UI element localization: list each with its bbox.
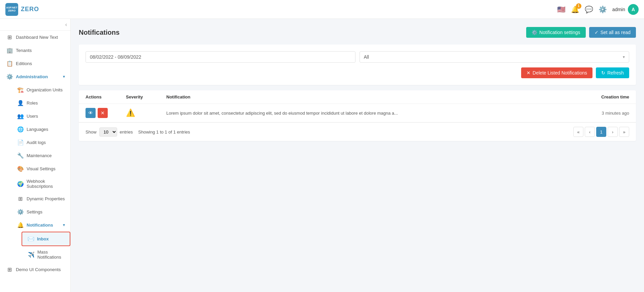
action-row: ✕ Delete Listed Notifications ↻ Refresh — [86, 67, 629, 78]
next-page-button[interactable]: › — [608, 127, 618, 137]
sidebar-item-editions[interactable]: 📋 Editions — [0, 57, 70, 70]
set-all-as-read-button[interactable]: ✓ Set all as read — [589, 27, 636, 38]
sidebar-item-roles[interactable]: 👤 Roles — [11, 96, 70, 110]
filter-section: All Read Unread ▾ ✕ Delete Listed Notifi… — [79, 45, 636, 85]
first-page-button[interactable]: « — [573, 127, 583, 137]
sidebar-item-label: Mass Notifications — [37, 250, 65, 260]
tenants-icon: 🏢 — [6, 47, 12, 54]
sidebar-item-dynamic-properties[interactable]: ⊞ Dynamic Properties — [11, 192, 70, 205]
trash-icon: ✕ — [101, 110, 105, 116]
logo-area: ASP.NETZERO ZERO — [5, 3, 76, 16]
sidebar-item-maintenance[interactable]: 🔧 Maintenance — [11, 149, 70, 162]
sidebar-item-label: Audit logs — [27, 140, 46, 145]
entries-count-select[interactable]: 10 25 50 — [99, 127, 117, 137]
sidebar-item-label: Tenants — [16, 48, 32, 53]
topnav: ASP.NETZERO ZERO 🇺🇸 🔔 1 💬 ⚙️ admin A — [0, 0, 644, 19]
chat-icon: 💬 — [585, 5, 593, 13]
notification-settings-label: Notification settings — [539, 30, 580, 35]
col-creation-time: Creation time — [575, 94, 629, 99]
notification-text: Lorem ipsum dolor sit amet, consectetur … — [166, 111, 575, 116]
delete-listed-notifications-button[interactable]: ✕ Delete Listed Notifications — [521, 67, 592, 78]
prev-page-button[interactable]: ‹ — [585, 127, 595, 137]
refresh-label: Refresh — [607, 70, 624, 76]
users-icon: 👥 — [17, 113, 23, 119]
sidebar-item-webhook-subscriptions[interactable]: 🌍 Webhook Subscriptions — [11, 175, 70, 192]
sidebar-item-organization-units[interactable]: 🏗️ Organization Units — [11, 83, 70, 96]
sidebar-item-label: Administration — [16, 74, 48, 79]
sidebar-item-administration[interactable]: ⚙️ Administration ▾ — [0, 70, 70, 83]
severity-cell: ⚠️ — [126, 109, 166, 117]
audit-logs-icon: 📄 — [17, 139, 23, 146]
table-header: Actions Severity Notification Creation t… — [79, 90, 636, 104]
delete-listed-label: Delete Listed Notifications — [533, 70, 587, 76]
layout: ‹ ⊞ Dashboard New Text 🏢 Tenants 📋 Editi… — [0, 19, 644, 292]
sidebar-item-audit-logs[interactable]: 📄 Audit logs — [11, 136, 70, 149]
chat-button[interactable]: 💬 — [585, 5, 593, 13]
sidebar-item-label: Dashboard New Text — [16, 35, 58, 40]
show-label: Show — [86, 129, 97, 135]
sidebar-item-dashboard[interactable]: ⊞ Dashboard New Text — [0, 31, 70, 44]
user-menu[interactable]: admin A — [612, 4, 639, 15]
sidebar: ‹ ⊞ Dashboard New Text 🏢 Tenants 📋 Editi… — [0, 19, 71, 292]
sidebar-item-label: Dynamic Properties — [27, 196, 65, 201]
status-filter-select[interactable]: All Read Unread — [364, 52, 623, 62]
gear-icon: ⚙️ — [532, 30, 537, 35]
sidebar-item-inbox[interactable]: ✉️ Inbox — [22, 232, 70, 246]
view-notification-button[interactable]: 👁 — [86, 108, 96, 118]
sidebar-item-label: Settings — [27, 209, 42, 214]
set-all-as-read-label: Set all as read — [601, 30, 631, 35]
notification-settings-button[interactable]: ⚙️ Notification settings — [526, 27, 585, 38]
sidebar-item-label: Users — [27, 114, 38, 119]
roles-icon: 👤 — [17, 100, 23, 106]
logo-icon: ASP.NETZERO — [5, 3, 18, 16]
main-content: Notifications ⚙️ Notification settings ✓… — [71, 19, 644, 292]
demo-ui-icon: ⊞ — [6, 266, 12, 273]
sidebar-item-settings[interactable]: ⚙️ Settings — [11, 205, 70, 218]
topnav-right: 🇺🇸 🔔 1 💬 ⚙️ admin A — [557, 4, 639, 15]
eye-icon: 👁 — [88, 110, 93, 116]
sidebar-sub-administration: 🏗️ Organization Units 👤 Roles 👥 Users 🌐 … — [0, 83, 70, 263]
mass-notif-icon: ✈️ — [28, 252, 34, 258]
delete-notification-button[interactable]: ✕ — [98, 108, 108, 118]
sidebar-item-mass-notifications[interactable]: ✈️ Mass Notifications — [22, 246, 70, 263]
check-icon: ✓ — [595, 30, 599, 35]
sidebar-item-label: Editions — [16, 61, 32, 66]
pagination-row: Show 10 25 50 entries Showing 1 to 1 of … — [79, 122, 636, 141]
maintenance-icon: 🔧 — [17, 152, 23, 159]
sidebar-item-demo-ui[interactable]: ⊞ Demo UI Components — [0, 263, 70, 276]
sidebar-item-notifications[interactable]: 🔔 Notifications ▾ — [11, 218, 70, 232]
chevron-down-icon: ▾ — [63, 223, 65, 227]
sidebar-item-label: Roles — [27, 100, 38, 106]
date-range-input[interactable] — [86, 51, 355, 63]
gear-icon: ⚙️ — [599, 5, 607, 13]
sidebar-item-label: Languages — [27, 127, 48, 132]
inbox-icon: ✉️ — [28, 236, 34, 242]
sidebar-item-label: Maintenance — [27, 153, 52, 158]
dashboard-icon: ⊞ — [6, 34, 12, 40]
table-row: 👁 ✕ ⚠️ Lorem ipsum dolor sit amet, conse… — [79, 104, 636, 122]
refresh-icon: ↻ — [601, 70, 605, 76]
entries-info: Showing 1 to 1 of 1 entries — [138, 129, 190, 135]
sidebar-item-languages[interactable]: 🌐 Languages — [11, 123, 70, 136]
sidebar-item-tenants[interactable]: 🏢 Tenants — [0, 44, 70, 57]
refresh-button[interactable]: ↻ Refresh — [596, 67, 629, 78]
show-entries: Show 10 25 50 entries — [86, 127, 133, 137]
settings-gear-button[interactable]: ⚙️ — [599, 5, 607, 13]
row-action-buttons: 👁 ✕ — [86, 108, 126, 118]
sidebar-item-users[interactable]: 👥 Users — [11, 110, 70, 123]
page-title: Notifications — [79, 29, 120, 36]
editions-icon: 📋 — [6, 60, 12, 67]
visual-settings-icon: 🎨 — [17, 166, 23, 172]
page-1-button[interactable]: 1 — [596, 127, 606, 137]
us-flag-icon: 🇺🇸 — [557, 5, 566, 13]
sidebar-item-visual-settings[interactable]: 🎨 Visual Settings — [11, 162, 70, 175]
last-page-button[interactable]: » — [619, 127, 629, 137]
page-header: Notifications ⚙️ Notification settings ✓… — [79, 27, 636, 38]
notifications-table: Actions Severity Notification Creation t… — [79, 90, 636, 141]
flag-button[interactable]: 🇺🇸 — [557, 5, 566, 13]
bell-button[interactable]: 🔔 1 — [571, 5, 579, 13]
notifications-icon: 🔔 — [17, 222, 23, 228]
sidebar-collapse-button[interactable]: ‹ — [65, 22, 67, 28]
org-units-icon: 🏗️ — [17, 87, 23, 93]
col-actions: Actions — [86, 94, 126, 99]
